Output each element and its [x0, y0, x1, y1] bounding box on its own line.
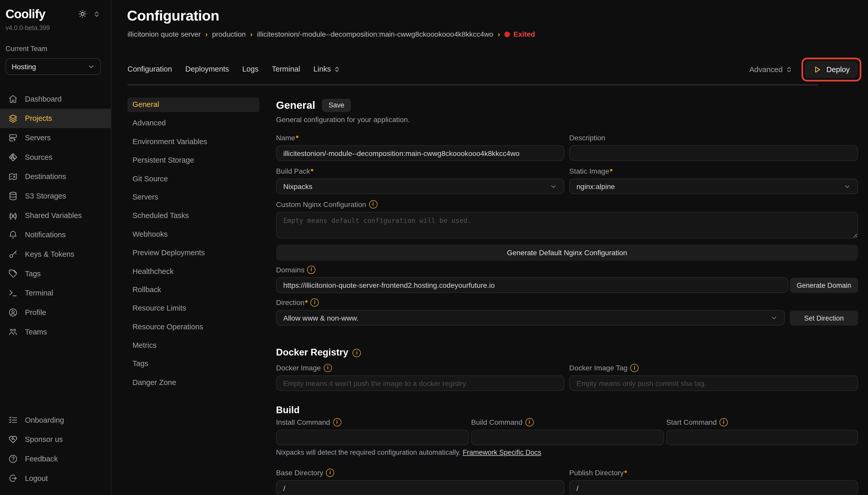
advanced-label: Advanced — [749, 65, 783, 73]
info-icon[interactable] — [326, 468, 334, 477]
info-icon[interactable] — [631, 363, 639, 372]
custom-nginx-label: Custom Nginx Configuration — [276, 200, 366, 208]
build-pack-select[interactable]: Nixpacks — [276, 178, 564, 194]
info-icon[interactable] — [333, 418, 341, 426]
set-direction-button[interactable]: Set Direction — [790, 311, 858, 325]
docker-image-label: Docker Image — [276, 363, 321, 372]
subnav-item-resource-limits[interactable]: Resource Limits — [127, 301, 260, 316]
sidebar-item-onboarding[interactable]: Onboarding — [0, 410, 107, 430]
team-select[interactable]: Hosting — [6, 58, 101, 75]
sidebar-item-projects[interactable]: Projects — [0, 109, 111, 128]
sidebar-item-sources[interactable]: Sources — [0, 148, 111, 167]
framework-docs-link[interactable]: Framework Specific Docs — [463, 448, 541, 456]
breadcrumb-project[interactable]: illicitonion quote server — [127, 30, 201, 38]
breadcrumb-application[interactable]: illicitestonion/-module--decomposition:m… — [257, 30, 493, 38]
subnav-item-environment-variables[interactable]: Environment Variables — [127, 135, 260, 149]
sidebar-item-label: Projects — [25, 114, 52, 122]
tabs-bar: Configuration Deployments Logs Terminal … — [127, 65, 340, 73]
sidebar-item-logout[interactable]: Logout — [0, 468, 107, 488]
layers-icon — [8, 114, 18, 123]
subnav-item-persistent-storage[interactable]: Persistent Storage — [127, 153, 260, 168]
sidebar-item-destinations[interactable]: Destinations — [0, 167, 111, 186]
subnav-item-resource-operations[interactable]: Resource Operations — [127, 320, 260, 334]
tab-links[interactable]: Links — [314, 65, 340, 73]
info-icon[interactable] — [307, 266, 316, 274]
sidebar-item-tags[interactable]: Tags — [0, 264, 111, 284]
sidebar-item-shared-variables[interactable]: (x) Shared Variables — [0, 206, 111, 225]
sidebar-item-keys-tokens[interactable]: Keys & Tokens — [0, 245, 111, 264]
docker-image-tag-input[interactable] — [569, 375, 858, 391]
description-input[interactable] — [569, 145, 858, 161]
subnav-item-git-source[interactable]: Git Source — [127, 172, 260, 186]
sidebar-item-label: Notifications — [25, 231, 66, 239]
info-icon[interactable] — [720, 418, 728, 426]
subnav-item-healthcheck[interactable]: Healthcheck — [127, 264, 260, 278]
docker-image-tag-field-group: Docker Image Tag — [569, 364, 858, 391]
subnav-item-tags[interactable]: Tags — [127, 357, 260, 371]
subnav-item-scheduled-tasks[interactable]: Scheduled Tasks — [127, 209, 260, 223]
base-directory-input[interactable] — [276, 480, 564, 495]
sidebar-item-label: S3 Storages — [25, 192, 66, 200]
static-image-select[interactable]: nginx:alpine — [569, 178, 858, 194]
advanced-dropdown[interactable]: Advanced — [749, 65, 793, 73]
sidebar-item-teams[interactable]: Teams — [0, 322, 111, 342]
subnav-item-general[interactable]: General — [127, 98, 260, 112]
subnav-item-webhooks[interactable]: Webhooks — [127, 227, 260, 242]
selector-icon[interactable] — [93, 10, 100, 18]
nixpacks-note-text: Nixpacks will detect the required config… — [276, 448, 463, 456]
docker-image-input[interactable] — [276, 375, 564, 391]
subnav-item-rollback[interactable]: Rollback — [127, 283, 260, 297]
sidebar-item-s3-storages[interactable]: S3 Storages — [0, 186, 111, 206]
generate-domain-button[interactable]: Generate Domain — [790, 278, 858, 293]
deploy-button[interactable]: Deploy — [805, 61, 858, 78]
selector-icon — [334, 65, 340, 73]
start-command-label: Start Command — [666, 418, 717, 426]
custom-nginx-textarea[interactable] — [276, 212, 858, 239]
sun-icon[interactable] — [78, 10, 87, 18]
user-circle-icon — [8, 308, 18, 317]
general-form: General Save General configuration for y… — [276, 99, 858, 495]
sidebar-item-dashboard[interactable]: Dashboard — [0, 89, 111, 109]
domains-input[interactable] — [276, 277, 788, 293]
status-dot-icon — [504, 31, 510, 37]
tab-deployments[interactable]: Deployments — [185, 65, 229, 73]
sidebar-item-feedback[interactable]: Feedback — [0, 449, 107, 468]
tab-terminal[interactable]: Terminal — [272, 65, 300, 73]
info-icon[interactable] — [369, 200, 377, 208]
subnav-item-advanced[interactable]: Advanced — [127, 116, 260, 131]
tab-logs[interactable]: Logs — [242, 65, 259, 73]
users-icon — [8, 327, 18, 337]
info-icon[interactable] — [353, 348, 361, 357]
tab-configuration[interactable]: Configuration — [127, 65, 172, 73]
key-icon — [8, 250, 18, 259]
direction-select[interactable]: Allow www & non-www. — [276, 310, 785, 326]
sidebar-item-notifications[interactable]: Notifications — [0, 225, 111, 245]
breadcrumb-environment[interactable]: production — [212, 30, 246, 38]
name-field-group: Name — [276, 134, 564, 161]
sidebar-item-label: Onboarding — [25, 416, 64, 424]
sidebar: Coolify v4.0.0-beta.399 Current Team Hos… — [0, 0, 111, 495]
subnav-item-metrics[interactable]: Metrics — [127, 338, 260, 353]
name-input[interactable] — [276, 145, 564, 161]
build-command-input[interactable] — [471, 430, 664, 445]
generate-nginx-button[interactable]: Generate Default Nginx Configuration — [276, 245, 858, 261]
sidebar-item-servers[interactable]: Servers — [0, 128, 111, 148]
subnav-item-preview-deployments[interactable]: Preview Deployments — [127, 246, 260, 260]
subnav-item-servers[interactable]: Servers — [127, 190, 260, 205]
save-button[interactable]: Save — [322, 99, 351, 112]
sidebar-item-terminal[interactable]: Terminal — [0, 284, 111, 303]
publish-directory-input[interactable] — [569, 480, 858, 495]
chevron-right-icon: › — [250, 30, 252, 38]
sidebar-item-sponsor-us[interactable]: Sponsor us — [0, 430, 107, 449]
name-label: Name — [276, 133, 299, 141]
sidebar-item-profile[interactable]: Profile — [0, 303, 111, 322]
info-icon[interactable] — [311, 298, 319, 306]
subnav-item-danger-zone[interactable]: Danger Zone — [127, 375, 260, 390]
base-directory-field-group: Base Directory — [276, 468, 564, 495]
info-icon[interactable] — [525, 418, 533, 426]
description-field-group: Description — [569, 134, 858, 161]
info-icon[interactable] — [324, 363, 332, 372]
start-command-input[interactable] — [666, 430, 858, 445]
install-command-input[interactable] — [276, 430, 469, 445]
description-label: Description — [569, 133, 605, 141]
